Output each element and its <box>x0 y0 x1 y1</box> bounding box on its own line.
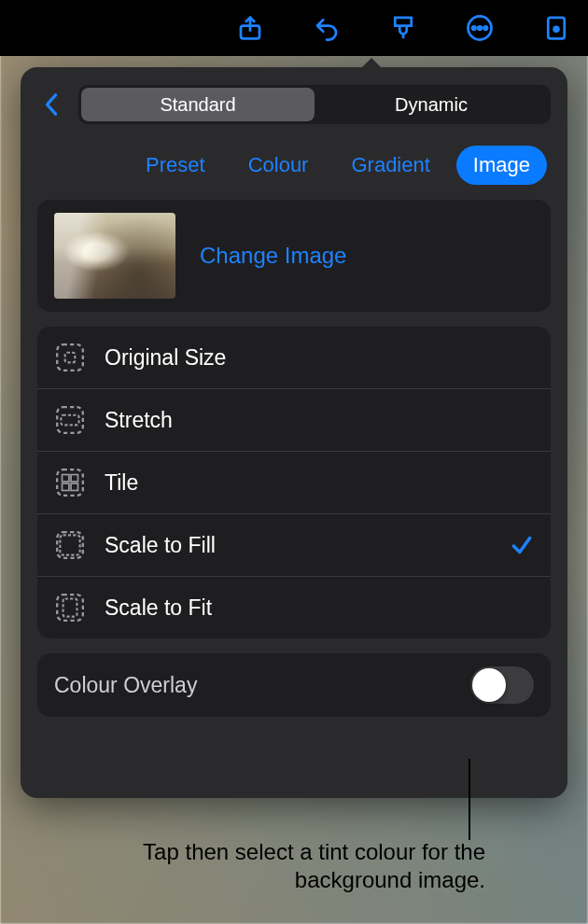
colour-overlay-row: Colour Overlay <box>37 653 551 717</box>
tab-gradient[interactable]: Gradient <box>334 146 446 185</box>
top-toolbar <box>0 0 588 56</box>
option-label: Stretch <box>105 408 534 433</box>
tab-preset[interactable]: Preset <box>129 146 222 185</box>
stretch-icon <box>54 404 86 436</box>
image-preview-card: Change Image <box>37 200 551 312</box>
svg-rect-13 <box>71 475 77 482</box>
colour-overlay-label: Colour Overlay <box>54 673 197 698</box>
option-original-size[interactable]: Original Size <box>37 327 551 389</box>
undo-icon[interactable] <box>308 9 345 47</box>
format-brush-icon[interactable] <box>385 9 422 47</box>
back-button[interactable] <box>37 84 65 125</box>
svg-rect-12 <box>63 475 69 482</box>
option-stretch[interactable]: Stretch <box>37 389 551 452</box>
svg-rect-8 <box>65 353 76 363</box>
segment-standard[interactable]: Standard <box>81 88 315 121</box>
svg-rect-11 <box>57 469 83 496</box>
option-scale-to-fit[interactable]: Scale to Fit <box>37 577 551 638</box>
option-label: Original Size <box>105 345 534 371</box>
option-label: Scale to Fill <box>105 533 491 558</box>
checkmark-icon <box>510 533 534 557</box>
svg-point-6 <box>553 26 560 34</box>
svg-point-4 <box>484 26 488 30</box>
more-icon[interactable] <box>461 9 498 47</box>
tab-colour[interactable]: Colour <box>231 146 326 185</box>
callout-text: Tap then select a tint colour for the ba… <box>75 838 485 894</box>
svg-rect-7 <box>57 344 83 371</box>
original-size-icon <box>54 342 86 373</box>
svg-rect-10 <box>61 415 78 426</box>
option-label: Scale to Fit <box>105 595 534 621</box>
option-label: Tile <box>105 470 534 496</box>
svg-rect-14 <box>63 483 69 490</box>
document-options-icon[interactable] <box>538 9 575 47</box>
image-thumbnail <box>54 213 175 299</box>
svg-rect-17 <box>60 535 79 554</box>
background-type-segmented: Standard Dynamic <box>78 85 551 124</box>
callout-leader-line <box>469 759 470 840</box>
tab-image[interactable]: Image <box>456 146 547 185</box>
share-icon[interactable] <box>231 9 269 47</box>
scale-to-fill-icon <box>54 529 86 561</box>
scale-options-list: Original Size Stretch Tile Scale to Fill… <box>37 327 551 638</box>
svg-rect-15 <box>71 483 77 490</box>
format-popover: Standard Dynamic Preset Colour Gradient … <box>21 67 567 798</box>
svg-rect-19 <box>63 598 77 616</box>
change-image-button[interactable]: Change Image <box>200 243 346 269</box>
option-scale-to-fill[interactable]: Scale to Fill <box>37 514 551 577</box>
svg-point-3 <box>478 26 482 30</box>
scale-to-fit-icon <box>54 592 86 623</box>
segment-dynamic[interactable]: Dynamic <box>315 88 548 121</box>
option-tile[interactable]: Tile <box>37 452 551 514</box>
tile-icon <box>54 467 86 498</box>
svg-point-2 <box>472 26 476 30</box>
colour-overlay-toggle[interactable] <box>470 666 534 704</box>
background-fill-tabs: Preset Colour Gradient Image <box>37 146 551 185</box>
